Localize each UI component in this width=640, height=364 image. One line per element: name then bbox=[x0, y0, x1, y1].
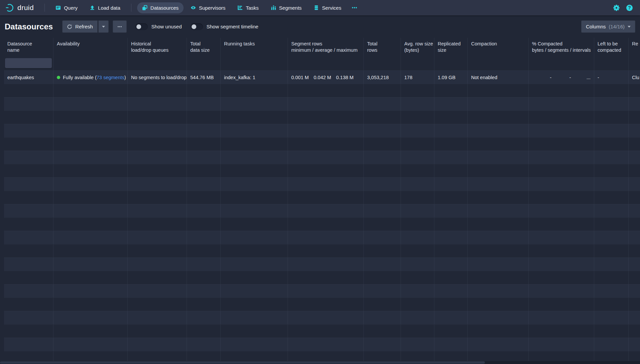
nav-item-label: Segments bbox=[279, 5, 302, 11]
empty-table-row bbox=[4, 311, 640, 324]
settings-gear-icon[interactable] bbox=[613, 5, 620, 11]
nav-item-label: Supervisors bbox=[199, 5, 225, 11]
cell-avg-row-size: 178 bbox=[401, 71, 434, 84]
refresh-icon bbox=[67, 24, 72, 29]
chevron-down-icon bbox=[102, 26, 105, 28]
cell-retention: Clu bbox=[629, 71, 640, 84]
cell-segment-rows: 0.001 M 0.042 M 0.138 M bbox=[288, 71, 364, 84]
empty-table-row bbox=[4, 191, 640, 204]
cell-compaction: Not enabled bbox=[468, 71, 529, 84]
nav-item-segments[interactable]: Segments bbox=[266, 2, 307, 13]
nav-item-tasks[interactable]: Tasks bbox=[232, 2, 263, 13]
show-segment-timeline-label: Show segment timeline bbox=[207, 24, 258, 29]
nav-item-label: Load data bbox=[98, 5, 120, 11]
show-unused-toggle[interactable] bbox=[135, 23, 148, 30]
horizontal-scrollbar[interactable] bbox=[0, 361, 640, 364]
column-header-replicated-size[interactable]: Replicatedsize bbox=[434, 38, 468, 55]
column-header-total-data-size[interactable]: Totaldata size bbox=[187, 38, 221, 55]
show-segment-timeline-toggle[interactable] bbox=[191, 23, 203, 30]
cell-datasource-name: earthquakes bbox=[4, 71, 54, 84]
empty-table-row bbox=[4, 271, 640, 284]
column-header-datasource-name[interactable]: Datasourcename bbox=[4, 38, 54, 55]
empty-table-row bbox=[4, 164, 640, 177]
stacked-chart-icon bbox=[271, 5, 276, 10]
help-icon[interactable]: ? bbox=[626, 5, 633, 11]
refresh-split-button: Refresh bbox=[62, 20, 109, 33]
columns-count: (14/16) bbox=[609, 24, 625, 29]
datasource-row-earthquakes: earthquakes Fully available (73 segments… bbox=[4, 70, 640, 84]
column-header-running-tasks[interactable]: Running tasks bbox=[221, 38, 288, 55]
nav-item-label: Query bbox=[64, 5, 78, 11]
nav-more-icon[interactable] bbox=[347, 2, 361, 13]
datasources-table: Datasourcename Availability Historicallo… bbox=[0, 38, 640, 364]
cell-pct-compacted: - - ... bbox=[529, 71, 594, 84]
cell-replicated-size: 1.09 GB bbox=[434, 71, 468, 84]
nav-divider bbox=[44, 4, 45, 12]
gantt-icon bbox=[237, 5, 243, 10]
query-icon bbox=[56, 5, 61, 10]
empty-table-row bbox=[4, 137, 640, 151]
table-header-row: Datasourcename Availability Historicallo… bbox=[4, 38, 640, 55]
empty-table-row bbox=[4, 177, 640, 191]
availability-status-dot bbox=[57, 76, 60, 79]
nav-item-datasources[interactable]: Datasources bbox=[137, 2, 184, 13]
more-actions-button[interactable] bbox=[113, 20, 127, 33]
druid-logo-icon bbox=[5, 3, 15, 12]
empty-table-row bbox=[4, 204, 640, 217]
refresh-interval-caret-button[interactable] bbox=[98, 20, 109, 33]
column-header-historical-queues[interactable]: Historicalload/drop queues bbox=[128, 38, 187, 55]
cell-availability: Fully available (73 segments) bbox=[54, 71, 128, 84]
segments-count-link[interactable]: 73 segments bbox=[97, 71, 124, 84]
columns-label: Columns bbox=[586, 24, 606, 29]
empty-table-row bbox=[4, 338, 640, 351]
column-header-avg-row-size[interactable]: Avg. row size(bytes) bbox=[401, 38, 434, 55]
nav-item-query[interactable]: Query bbox=[50, 2, 83, 13]
nav-item-supervisors[interactable]: Supervisors bbox=[186, 2, 230, 13]
cell-running-tasks: index_kafka: 1 bbox=[221, 71, 288, 84]
nav-item-load-data[interactable]: Load data bbox=[85, 2, 125, 13]
horizontal-scrollbar-thumb[interactable] bbox=[0, 361, 485, 364]
brand-name: druid bbox=[17, 4, 34, 12]
column-header-left-to-be-compacted[interactable]: Left to becompacted bbox=[594, 38, 629, 55]
column-header-compaction[interactable]: Compaction bbox=[468, 38, 529, 55]
empty-table-row bbox=[4, 84, 640, 97]
nav-divider bbox=[131, 4, 131, 12]
empty-table-row bbox=[4, 244, 640, 257]
empty-table-row bbox=[4, 257, 640, 271]
column-header-pct-compacted[interactable]: % Compactedbytes / segments / intervals bbox=[529, 38, 594, 55]
cell-load-drop-queues: No segments to load/drop bbox=[128, 71, 187, 84]
nav-item-label: Services bbox=[322, 5, 341, 11]
empty-table-row bbox=[4, 217, 640, 231]
empty-table-row bbox=[4, 111, 640, 124]
empty-table-row bbox=[4, 298, 640, 311]
eye-icon bbox=[191, 5, 196, 10]
nav-item-label: Datasources bbox=[150, 5, 179, 11]
column-header-total-rows[interactable]: Totalrows bbox=[364, 38, 401, 55]
column-header-retention[interactable]: Re bbox=[629, 38, 640, 55]
datasources-icon bbox=[142, 5, 147, 10]
refresh-button[interactable]: Refresh bbox=[62, 20, 98, 33]
nav-item-services[interactable]: Services bbox=[309, 2, 346, 13]
datasource-name-filter-input[interactable] bbox=[5, 58, 52, 68]
druid-logo[interactable]: druid bbox=[5, 3, 34, 12]
page-title: Datasources bbox=[5, 22, 53, 31]
chevron-down-icon bbox=[628, 26, 631, 28]
columns-picker-button[interactable]: Columns (14/16) bbox=[581, 20, 635, 33]
load-data-icon bbox=[90, 5, 95, 10]
column-header-availability[interactable]: Availability bbox=[54, 38, 128, 55]
cell-total-data-size: 544.76 MB bbox=[187, 71, 221, 84]
show-unused-label: Show unused bbox=[151, 24, 182, 29]
empty-table-row bbox=[4, 124, 640, 137]
nav-item-label: Tasks bbox=[246, 5, 258, 11]
cell-left-to-be-compacted: - bbox=[594, 71, 629, 84]
cell-total-rows: 3,053,218 bbox=[364, 71, 401, 84]
empty-table-row bbox=[4, 284, 640, 298]
empty-table-row bbox=[4, 151, 640, 164]
toolbar: Datasources Refresh Show unused Show seg… bbox=[0, 15, 640, 38]
top-nav-bar: druid Query Load data Da bbox=[0, 0, 640, 15]
refresh-label: Refresh bbox=[75, 24, 93, 29]
table-body: earthquakes Fully available (73 segments… bbox=[0, 70, 640, 364]
empty-table-row bbox=[4, 231, 640, 244]
column-header-segment-rows[interactable]: Segment rowsminimum / average / maximum bbox=[288, 38, 364, 55]
empty-table-row bbox=[4, 97, 640, 111]
